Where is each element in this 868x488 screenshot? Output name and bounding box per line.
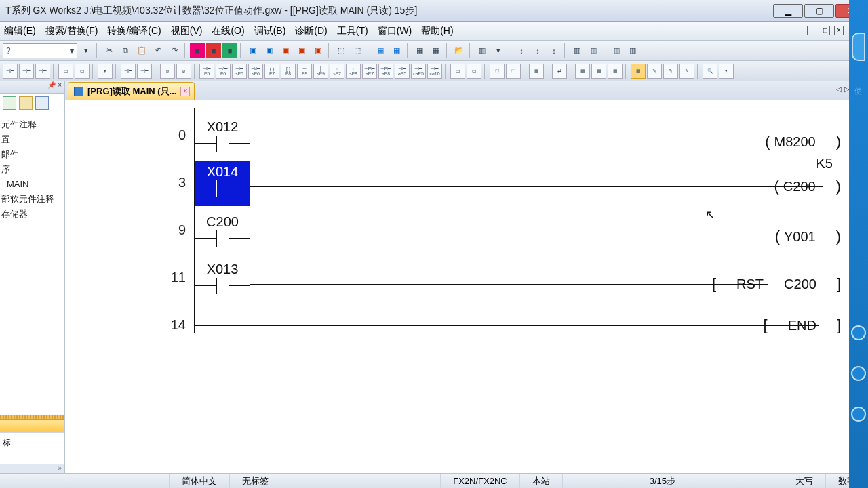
menu-view[interactable]: 视图(V) xyxy=(171,25,203,37)
undo-icon[interactable]: ↶ xyxy=(151,43,165,58)
ladder-f-btn[interactable]: ─F9 xyxy=(297,64,312,79)
toolbar-icon[interactable]: ↕ xyxy=(514,43,529,58)
ladder-btn[interactable]: ✎ xyxy=(663,64,678,79)
ladder-btn[interactable]: ▭ xyxy=(58,64,73,79)
toolbar-icon[interactable]: ▥ xyxy=(625,43,640,58)
coil-c200[interactable]: (C200) xyxy=(774,178,841,195)
overlay-button[interactable] xyxy=(851,366,866,381)
toolbar-icon[interactable]: ▦ xyxy=(412,43,427,58)
ladder-f-btn[interactable]: ( )F7 xyxy=(264,64,279,79)
ladder-btn[interactable]: ▦ xyxy=(631,64,646,79)
tree-item[interactable]: 元件注释 xyxy=(1,117,63,132)
toolbar-icon[interactable]: ■ xyxy=(190,43,205,58)
coil-y001[interactable]: (Y001) xyxy=(775,228,841,245)
mdi-close-button[interactable]: × xyxy=(834,26,844,35)
ladder-btn[interactable]: ⬚ xyxy=(506,64,521,79)
menu-search[interactable]: 搜索/替换(F) xyxy=(45,25,98,37)
minimize-button[interactable]: ▁ xyxy=(773,4,803,18)
ladder-btn[interactable]: ⊣⊢ xyxy=(137,64,152,79)
nav-icon[interactable] xyxy=(3,96,16,110)
tab-nav-left-icon[interactable]: ◁ xyxy=(836,85,842,93)
nav-icon[interactable] xyxy=(19,96,33,110)
redo-icon[interactable]: ↷ xyxy=(167,43,182,58)
menu-window[interactable]: 窗口(W) xyxy=(378,25,412,37)
tree-item[interactable]: 置 xyxy=(1,132,63,147)
mdi-restore-button[interactable]: □ xyxy=(821,26,830,35)
contact-x013[interactable]: X013 xyxy=(195,262,250,294)
tree-item-main[interactable]: MAIN xyxy=(1,177,63,192)
toolbar-icon[interactable]: ■ xyxy=(206,43,221,58)
maximize-button[interactable]: ▢ xyxy=(804,4,834,18)
ladder-btn[interactable]: ▦ xyxy=(575,64,590,79)
toolbar-icon[interactable]: ▦ xyxy=(389,43,404,58)
toolbar-icon[interactable]: ▣ xyxy=(262,43,277,58)
overlay-button[interactable] xyxy=(851,325,866,340)
ladder-btn[interactable]: ▦ xyxy=(591,64,606,79)
ladder-f-btn[interactable]: ⊣F⊢aF8 xyxy=(378,64,393,79)
contact-c200[interactable]: C200 xyxy=(195,214,250,247)
toolbar-icon[interactable]: ▥ xyxy=(475,43,490,58)
pane-grip[interactable]: » xyxy=(0,464,64,473)
ladder-btn[interactable]: ▦ xyxy=(608,64,623,79)
contact-x012[interactable]: X012 xyxy=(195,119,250,152)
toolbar-icon[interactable]: ↕ xyxy=(547,43,561,58)
menu-tools[interactable]: 工具(T) xyxy=(337,25,368,37)
ladder-btn[interactable]: ⊣⊢ xyxy=(19,64,34,79)
copy-icon[interactable]: ⧉ xyxy=(118,43,133,58)
ladder-f-btn[interactable]: ⊣⊢sF5 xyxy=(232,64,247,79)
editor-tab[interactable]: [PRG]读取 MAIN (只... × xyxy=(68,82,195,100)
ladder-btn[interactable]: ⊣⊢ xyxy=(35,64,50,79)
toolbar-icon[interactable]: ⬚ xyxy=(334,43,349,58)
ladder-btn[interactable]: ▭ xyxy=(75,64,90,79)
ladder-btn[interactable]: ⊣⊢ xyxy=(3,64,18,79)
toolbar-icon[interactable]: ▥ xyxy=(570,43,585,58)
ladder-f-btn[interactable]: │sF9 xyxy=(313,64,328,79)
toolbar-icon[interactable]: ▾ xyxy=(79,43,94,58)
instruction-end[interactable]: [END] xyxy=(764,317,841,334)
contact-x014-selected[interactable]: X014 xyxy=(195,161,250,206)
menu-online[interactable]: 在线(O) xyxy=(212,25,244,37)
nav-icon[interactable] xyxy=(35,96,49,110)
ladder-btn[interactable]: ▭ xyxy=(467,64,481,79)
toolbar-icon[interactable]: ⬚ xyxy=(350,43,365,58)
toolbar-icon[interactable]: ▥ xyxy=(609,43,624,58)
cut-icon[interactable]: ✂ xyxy=(102,43,117,58)
menu-help[interactable]: 帮助(H) xyxy=(421,25,453,37)
ladder-btn[interactable]: ▾ xyxy=(719,64,734,79)
ladder-btn[interactable]: ✎ xyxy=(647,64,662,79)
toolbar-icon[interactable]: ■ xyxy=(222,43,237,58)
menu-diagnose[interactable]: 诊断(D) xyxy=(295,25,327,37)
tree-item[interactable]: 部软元件注释 xyxy=(1,192,63,207)
ladder-btn[interactable]: ▭ xyxy=(450,64,465,79)
ladder-f-btn[interactable]: ⊣⊢F5 xyxy=(199,64,214,79)
menu-edit[interactable]: 编辑(E) xyxy=(4,25,36,37)
ladder-f-btn[interactable]: ⊣⊢caF5 xyxy=(411,64,426,79)
pane-close-icon[interactable]: × xyxy=(58,81,62,89)
overlay-handle-icon[interactable] xyxy=(852,33,865,61)
ladder-btn[interactable]: ▦ xyxy=(529,64,544,79)
instruction-rst[interactable]: [RST C200] xyxy=(712,275,841,293)
ladder-btn[interactable]: ⬚ xyxy=(490,64,505,79)
menu-convert[interactable]: 转换/编译(C) xyxy=(107,25,161,37)
paste-icon[interactable]: 📋 xyxy=(134,43,149,58)
menu-debug[interactable]: 调试(B) xyxy=(254,25,286,37)
ladder-btn[interactable]: ⌀ xyxy=(176,64,191,79)
ladder-f-btn[interactable]: ⊣/⊢sF6 xyxy=(248,64,263,79)
ladder-btn[interactable]: ✎ xyxy=(679,64,694,79)
ladder-f-btn[interactable]: ↑sF7 xyxy=(330,64,344,79)
ladder-f-btn[interactable]: ↓sF8 xyxy=(346,64,361,79)
pin-icon[interactable]: 📌 xyxy=(47,81,56,89)
toolbar-icon[interactable]: 📂 xyxy=(452,43,467,58)
ladder-btn[interactable]: ⇄ xyxy=(552,64,567,79)
ladder-f-btn[interactable]: ⊣⊢ca10 xyxy=(427,64,442,79)
device-combo[interactable]: ?▾ xyxy=(3,43,77,58)
ladder-f-btn[interactable]: [ ]F8 xyxy=(281,64,296,79)
toolbar-icon[interactable]: ↕ xyxy=(530,43,545,58)
ladder-btn[interactable]: ⌀ xyxy=(160,64,175,79)
toolbar-icon[interactable]: ▣ xyxy=(245,43,260,58)
tree-item[interactable]: 郞件 xyxy=(1,147,63,162)
toolbar-icon[interactable]: ▦ xyxy=(373,43,388,58)
project-tree[interactable]: 元件注释 置 郞件 序 MAIN 部软元件注释 存储器 xyxy=(0,113,64,223)
tab-close-icon[interactable]: × xyxy=(180,87,190,96)
coil-m8200[interactable]: (M8200) xyxy=(765,133,841,150)
